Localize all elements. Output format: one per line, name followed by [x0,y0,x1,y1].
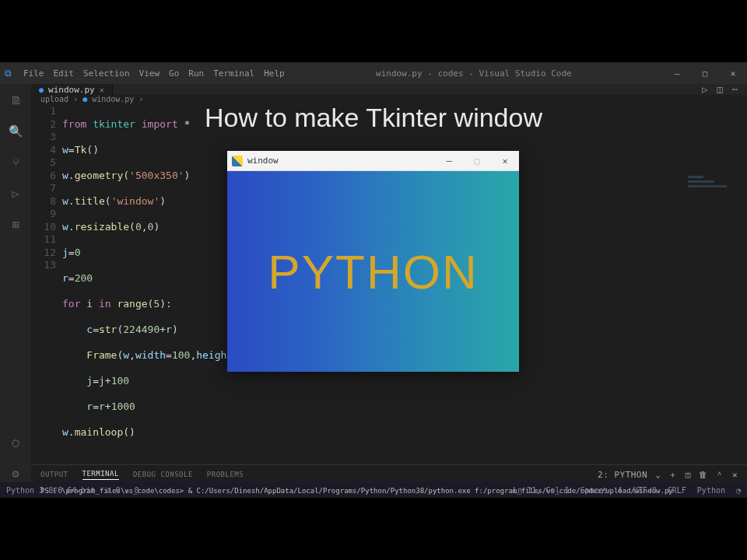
line-numbers: 12345678910111213 [31,105,62,464]
run-file-icon[interactable]: ▷ [702,84,707,95]
menu-help[interactable]: Help [264,68,285,79]
split-editor-icon[interactable]: ◫ [717,84,723,95]
editor-tabs: ● window.py ✕ ▷ ◫ ⋯ [31,84,747,95]
tkinter-body-text: PYTHON [268,244,478,299]
run-debug-icon[interactable]: ▷ [7,185,24,202]
tkinter-title: window [247,156,279,166]
vscode-logo-icon: ⧉ [0,68,16,79]
kill-terminal-icon[interactable]: 🗑 [699,470,708,480]
titlebar: ⧉ File Edit Selection View Go Run Termin… [0,62,747,84]
status-eol[interactable]: CRLF [668,486,686,495]
status-cursor-pos[interactable]: Ln 11, Col 1 [513,486,569,495]
panel-close-icon[interactable]: ✕ [732,470,738,480]
terminal-shell-select[interactable]: 2: Python [598,470,647,480]
tk-close-button[interactable]: ✕ [491,156,519,166]
tab-window-py[interactable]: ● window.py ✕ [31,84,113,95]
status-python-version[interactable]: Python 3.8.0 64-bit [6,486,95,495]
more-actions-icon[interactable]: ⋯ [732,84,738,95]
panel-tab-output[interactable]: OUTPUT [40,471,68,478]
python-app-icon [232,156,243,166]
chevron-down-icon[interactable]: ⌄ [655,470,661,480]
settings-gear-icon[interactable]: ⚙ [7,465,24,482]
menu-bar: File Edit Selection View Go Run Terminal… [16,68,285,79]
menu-terminal[interactable]: Terminal [213,68,254,79]
tk-maximize-button[interactable]: ▢ [463,156,491,166]
window-close-button[interactable]: ✕ [719,68,747,79]
activity-bar: 🗎 🔍 ⑂ ▷ ⊞ ◯ ⚙ [0,84,31,482]
status-feedback-icon[interactable]: ◔ [736,486,741,495]
status-encoding[interactable]: UTF-8 [633,486,657,495]
menu-run[interactable]: Run [188,68,204,79]
status-indentation[interactable]: Spaces: 4 [580,486,622,495]
tkinter-body: PYTHON [227,171,519,372]
tkinter-app-window[interactable]: window — ▢ ✕ PYTHON [227,151,519,372]
menu-view[interactable]: View [139,68,160,79]
window-minimize-button[interactable]: — [663,68,691,79]
minimap[interactable] [688,176,742,207]
menu-go[interactable]: Go [169,68,179,79]
status-language[interactable]: Python [697,486,725,495]
panel-tab-debug-console[interactable]: DEBUG CONSOLE [133,471,193,478]
account-icon[interactable]: ◯ [7,434,24,451]
panel-tab-problems[interactable]: PROBLEMS [207,471,244,478]
tab-close-icon[interactable]: ✕ [100,86,104,94]
menu-selection[interactable]: Selection [83,68,130,79]
tkinter-titlebar[interactable]: window — ▢ ✕ [227,151,519,171]
window-maximize-button[interactable]: ▢ [691,68,719,79]
menu-edit[interactable]: Edit [54,68,75,79]
new-terminal-icon[interactable]: ＋ [668,469,678,481]
tab-label: window.py [48,85,95,95]
tk-minimize-button[interactable]: — [435,156,463,166]
extensions-icon[interactable]: ⊞ [7,216,24,233]
panel-maximize-icon[interactable]: ＾ [715,469,724,481]
source-control-icon[interactable]: ⑂ [7,154,24,171]
split-terminal-icon[interactable]: ◫ [686,470,691,480]
status-problems[interactable]: ⊘ 0 ⚠ 0 [106,486,139,495]
python-file-icon: ● [39,86,44,94]
menu-file[interactable]: File [23,68,44,79]
panel-tab-terminal[interactable]: TERMINAL [82,470,119,480]
video-overlay-title: How to make Tkinter window [0,103,747,133]
window-title: window.py - codes - Visual Studio Code [285,68,663,79]
